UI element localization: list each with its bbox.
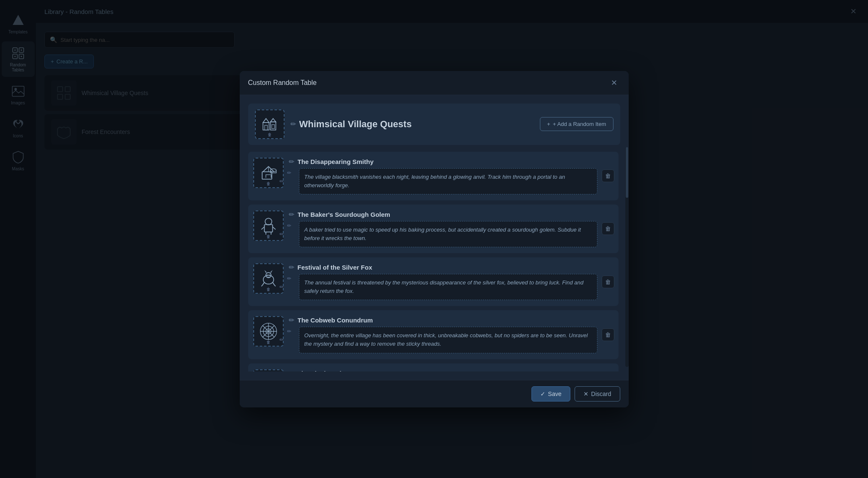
svg-line-27 xyxy=(261,227,264,229)
item-1-name-edit-icon: ✏ xyxy=(289,158,294,166)
item-5-name-input[interactable] xyxy=(298,370,597,371)
item-5-name-row: ✏ xyxy=(289,369,597,371)
item-4-desc-box: Overnight, the entire village has been c… xyxy=(299,327,597,353)
svg-rect-18 xyxy=(265,125,267,130)
item-1-desc-text: The village blacksmith vanishes each nig… xyxy=(304,174,565,188)
item-3-desc-text: The annual festival is threatened by the… xyxy=(304,279,584,294)
item-1-name-input[interactable] xyxy=(298,158,597,165)
item-2-icon-delete[interactable]: 🗑 xyxy=(266,234,271,239)
modal: Custom Random Table ✕ 🗑 ✏ xyxy=(240,71,629,407)
svg-marker-33 xyxy=(264,270,266,273)
table-row: 🗑 ✏ ✏ ✏ Overnight, the entire village ha… xyxy=(248,310,619,359)
item-3-name-edit-icon: ✏ xyxy=(289,263,294,271)
item-4-icon-delete[interactable]: 🗑 xyxy=(266,340,271,344)
item-1-delete-button[interactable]: 🗑 xyxy=(602,169,614,182)
items-scroll-area[interactable]: 🗑 ✏ ✏ ✏ The village blacksmith vanishes … xyxy=(248,152,620,371)
svg-rect-21 xyxy=(271,124,274,128)
item-2-name-edit-icon: ✏ xyxy=(289,210,294,219)
svg-marker-20 xyxy=(270,118,276,122)
item-1-content: ✏ ✏ The village blacksmith vanishes each… xyxy=(289,158,597,194)
svg-rect-16 xyxy=(263,123,269,130)
item-5-name-edit-icon: ✏ xyxy=(289,369,294,371)
item-1-desc-edit-icon[interactable]: ✏ xyxy=(279,178,284,184)
svg-marker-17 xyxy=(263,118,269,123)
item-1-icon-delete[interactable]: 🗑 xyxy=(266,181,271,186)
item-4-desc-edit-icon[interactable]: ✏ xyxy=(279,337,284,343)
svg-marker-34 xyxy=(270,270,272,273)
table-name-wrap: ✏ xyxy=(290,119,534,130)
table-icon-upload[interactable]: 🗑 xyxy=(255,109,285,139)
save-button-label: Save xyxy=(548,391,561,397)
svg-rect-26 xyxy=(264,224,272,232)
item-3-desc-box: The annual festival is threatened by the… xyxy=(299,274,597,300)
discard-button[interactable]: ✕ Discard xyxy=(575,386,620,402)
item-3-name-row: ✏ xyxy=(289,263,597,271)
discard-button-label: Discard xyxy=(591,391,611,397)
item-2-desc-text: A baker tried to use magic to speed up h… xyxy=(304,227,581,241)
item-4-delete-button[interactable]: 🗑 xyxy=(602,328,614,341)
svg-point-35 xyxy=(267,275,268,276)
svg-point-31 xyxy=(263,275,274,284)
item-3-desc-edit-icon[interactable]: ✏ xyxy=(279,284,284,290)
modal-title: Custom Random Table xyxy=(248,79,317,87)
item-3-icon-delete[interactable]: 🗑 xyxy=(266,287,271,292)
svg-point-36 xyxy=(269,275,270,276)
item-1-desc-box: The village blacksmith vanishes each nig… xyxy=(299,168,597,194)
item-2-name-row: ✏ xyxy=(289,210,597,219)
table-icon-delete[interactable]: 🗑 xyxy=(268,132,272,137)
table-row: 🗑 ✏ ✏ ✏ A baker tried to use magic to sp… xyxy=(248,205,619,253)
table-name-input[interactable] xyxy=(299,119,534,130)
modal-close-button[interactable]: ✕ xyxy=(608,77,620,89)
svg-line-28 xyxy=(272,227,275,229)
item-4-desc-text: Overnight, the entire village has been c… xyxy=(304,332,588,347)
modal-header: Custom Random Table ✕ xyxy=(240,71,629,95)
modal-body: 🗑 ✏ + + Add a Random Item xyxy=(240,95,629,380)
item-4-name-row: ✏ xyxy=(289,316,597,324)
item-2-content: ✏ ✏ A baker tried to use magic to speed … xyxy=(289,210,597,247)
item-2-desc-edit-icon[interactable]: ✏ xyxy=(279,231,284,237)
table-row: 🗑 ✏ ✏ ✏ The village blacksmith vanishes … xyxy=(248,152,619,200)
item-3-content: ✏ ✏ The annual festival is threatened by… xyxy=(289,263,597,300)
discard-x-icon: ✕ xyxy=(583,391,589,397)
item-4-name-edit-icon: ✏ xyxy=(289,316,294,324)
item-5-icon-box[interactable]: 🗑 xyxy=(253,369,284,371)
modal-footer: ✓ Save ✕ Discard xyxy=(240,380,629,407)
item-2-desc-box: A baker tried to use magic to speed up h… xyxy=(299,221,597,247)
add-random-plus-icon: + xyxy=(547,121,550,127)
modal-scrollbar-thumb xyxy=(626,147,628,198)
item-4-content: ✏ ✏ Overnight, the entire village has be… xyxy=(289,316,597,353)
item-3-name-input[interactable] xyxy=(298,264,597,271)
item-1-name-row: ✏ xyxy=(289,158,597,166)
table-name-row: 🗑 ✏ + + Add a Random Item xyxy=(248,104,620,145)
save-button[interactable]: ✓ Save xyxy=(531,386,570,402)
table-row: 🗑 ✏ ✏ ✏ The annual festival is threatene… xyxy=(248,257,619,306)
save-check-icon: ✓ xyxy=(540,391,545,397)
item-2-name-input[interactable] xyxy=(298,211,597,218)
svg-point-25 xyxy=(265,218,272,225)
add-random-item-button[interactable]: + + Add a Random Item xyxy=(540,117,613,131)
add-random-item-label: + Add a Random Item xyxy=(553,121,606,127)
item-4-name-input[interactable] xyxy=(298,317,597,324)
table-name-edit-icon: ✏ xyxy=(290,120,296,128)
modal-scrollbar xyxy=(625,147,629,367)
item-2-delete-button[interactable]: 🗑 xyxy=(602,222,614,235)
item-5-content: ✏ ✏ A new batch of ale at the local tave… xyxy=(289,369,597,371)
table-row: 🗑 ✏ ✏ ✏ A new batch of ale at the local … xyxy=(248,363,619,371)
item-3-delete-button[interactable]: 🗑 xyxy=(602,276,614,288)
